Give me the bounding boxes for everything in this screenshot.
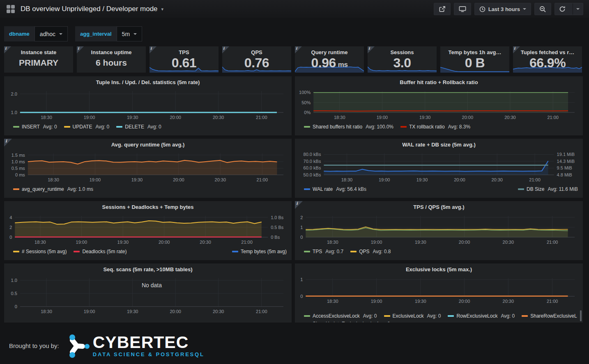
exclusive-locks-chart[interactable]: 1018:3019:0019:3020:0020:3021:00 [297,276,580,304]
legend-item[interactable]: ExclusiveLockAvg: 0 [384,313,441,319]
cybertec-brand: CYBERTEC DATA SCIENCE & POSTGRESQL [66,333,205,358]
top-bar: DB overview Unprivileged / Developer mod… [0,0,589,18]
legend-item[interactable]: Deadlocks (5m rate) [74,249,127,254]
legend-item[interactable]: Temp bytes (5m avg) [232,249,287,254]
legend-item[interactable]: Shared buffers hit ratioAvg: 100.0% [304,124,393,130]
dashboard-title[interactable]: DB overview Unprivileged / Developer mod… [21,5,158,13]
panel-title[interactable]: Tuple Ins. / Upd. / Del. statistics (5m … [4,76,292,85]
panel-info-icon[interactable]: i [150,46,156,53]
seq-scans-chart[interactable]: 1.00.5018:3019:0019:3020:0020:3021:00No … [7,276,289,315]
refresh-interval-dropdown[interactable] [573,3,583,15]
legend-item[interactable]: TX rollback ratioAvg: 8.3% [400,124,470,130]
variable-agg-interval-select[interactable]: 5m [117,26,142,41]
legend-item[interactable]: WAL rateAvg: 56.4 kBs [304,186,366,192]
avg-query-runtime-chart[interactable]: 1.5 ms1.0 ms0.5 ms0 ms18:3019:0019:3020:… [7,151,289,183]
time-range-button[interactable]: Last 3 hours [474,3,531,15]
panel-info-icon[interactable]: i [77,46,84,53]
refresh-icon [559,6,566,12]
chevron-down-icon [133,33,137,35]
svg-text:19:30: 19:30 [415,299,426,304]
svg-text:20:30: 20:30 [215,177,226,182]
legend-item[interactable]: DELETEAvg: 0 [116,124,161,130]
svg-text:18:30: 18:30 [41,309,52,314]
svg-text:21:00: 21:00 [547,240,558,245]
variable-dbname: dbname adhoc [4,26,68,41]
legend-item[interactable]: ShareRowExclusiveLockAvg: 0 [522,313,577,319]
svg-text:18:30: 18:30 [334,115,345,120]
svg-text:1.0 ms: 1.0 ms [12,159,25,164]
svg-text:20:00: 20:00 [462,115,474,120]
refresh-button[interactable] [555,3,570,15]
svg-text:0: 0 [300,235,303,240]
svg-text:21:00: 21:00 [529,177,541,182]
share-icon [439,6,446,12]
tv-mode-button[interactable] [454,3,471,15]
panel-title[interactable]: Buffer hit ratio + Rollback ratio [295,76,583,85]
panel-info-icon[interactable]: i [4,139,12,147]
footer: Brought to you by: CYBERTEC DATA SCIENCE… [9,333,205,358]
sessions-deadlocks-chart[interactable]: 4201.0 Bs0.5 Bs0 Bs18:3019:0019:3020:002… [7,213,289,245]
legend-item[interactable]: QPSAvg: 0.8 [350,249,391,254]
panel-info-icon[interactable]: i [295,201,303,209]
panel-title[interactable]: Exclusive locks (5m max.) [295,263,583,272]
panel-title[interactable]: Avg. query runtime (5m avg.) [4,139,292,148]
svg-text:0 Bs: 0 Bs [271,235,280,240]
panel-title[interactable]: TPS / QPS (5m avg.) [295,201,583,210]
svg-text:0%: 0% [304,110,311,115]
share-button[interactable] [434,3,451,15]
dashboard-grid-icon[interactable] [7,5,15,13]
panel-exclusive-locks: i Exclusive locks (5m max.) 1018:3019:00… [295,263,583,323]
svg-text:20:00: 20:00 [159,240,170,245]
panel-info-icon[interactable]: i [513,46,520,53]
legend-item[interactable]: RowExclusiveLockAvg: 0 [448,313,515,319]
svg-text:19:30: 19:30 [127,309,138,314]
tuple-statistics-chart[interactable]: 2.01.018:3019:0019:3020:0020:3021:00 [7,89,289,121]
wal-rate-chart[interactable]: 80.0 kBs70.0 kBs60.0 kBs50.0 kBs19.1 MiB… [297,151,580,183]
svg-text:20:30: 20:30 [503,299,514,304]
buffer-hit-ratio-chart[interactable]: 100%50%0%18:3019:0019:3020:0020:3021:00 [297,89,580,121]
stat-value: 0.61 [150,46,219,73]
svg-text:20:30: 20:30 [200,240,211,245]
legend-item[interactable]: INSERTAvg: 0 [13,124,57,130]
panel-info-icon[interactable]: i [222,46,229,53]
svg-text:4: 4 [9,215,12,220]
legend-item[interactable]: AccessExclusiveLockAvg: 0 [304,313,377,319]
svg-text:19:30: 19:30 [415,240,426,245]
panel-title[interactable]: Sessions + Deadlocks + Temp bytes [4,201,292,210]
panel-info-icon[interactable]: i [295,46,302,53]
legend-item[interactable]: avg_query_runtimeAvg: 1.0 ms [13,186,93,192]
legend-scrollbar[interactable] [580,310,582,321]
stat-panel-tuples-fetched: i Tuples fetched vs r… 66.9% [513,46,582,73]
svg-text:0: 0 [9,235,12,240]
panel-info-icon[interactable]: i [368,46,375,53]
svg-text:18:30: 18:30 [48,177,59,182]
svg-text:20:00: 20:00 [454,177,465,182]
zoom-out-icon [539,6,546,13]
legend-item[interactable]: UPDATEAvg: 0 [64,124,110,130]
panel-title[interactable]: WAL rate + DB size (5m avg.) [295,139,583,148]
svg-text:19:00: 19:00 [84,309,95,314]
brand-name: CYBERTEC [93,334,205,350]
panel-buffer-hit-ratio: i Buffer hit ratio + Rollback ratio 100%… [295,76,583,135]
dashboard-title-caret-icon[interactable]: ▾ [161,7,164,12]
legend-item[interactable]: TPSAvg: 0.7 [304,249,343,254]
svg-text:18:30: 18:30 [35,240,46,245]
variable-dbname-select[interactable]: adhoc [35,26,68,41]
zoom-out-button[interactable] [534,3,551,15]
tps-qps-chart[interactable]: 21018:3019:0019:3020:0020:3021:00 [297,213,580,245]
legend-item[interactable]: DB SizeAvg: 11.6 MiB [518,186,578,192]
svg-text:20:00: 20:00 [459,240,470,245]
svg-text:20:00: 20:00 [173,177,184,182]
svg-text:19:30: 19:30 [131,177,143,182]
stat-panel-instance-uptime: i Instance uptime 6 hours [77,46,146,73]
svg-text:2.0: 2.0 [11,92,17,96]
legend-item[interactable]: # Sessions (5m avg) [13,249,67,254]
svg-text:14.3 MiB: 14.3 MiB [557,159,575,164]
legend-item[interactable]: ShareUpdateExclusiveLockAvg: 0 [304,321,390,323]
panel-title[interactable]: Seq. scans (5m rate, >10MB tables) [4,263,292,272]
panel-info-icon[interactable]: i [4,46,11,53]
svg-text:50%: 50% [301,100,311,105]
svg-text:20:00: 20:00 [170,309,181,314]
chevron-down-icon [576,8,580,10]
svg-text:21:00: 21:00 [257,177,268,182]
